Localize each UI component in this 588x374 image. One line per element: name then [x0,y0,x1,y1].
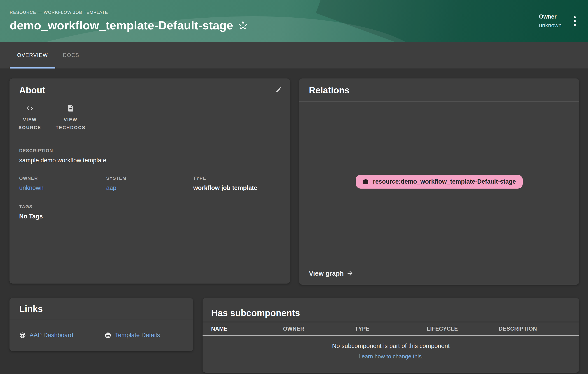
globe-icon [105,332,111,339]
tab-overview[interactable]: OVERVIEW [10,42,55,68]
type-field-label: TYPE [193,176,280,181]
active-tab-indicator [10,67,55,68]
links-card: Links AAP Dashboard [10,298,193,351]
briefcase-icon [362,179,369,185]
header-owner-block: Owner unknown [539,13,562,29]
about-card: About VIEW SOURCE [10,78,290,284]
overview-content: About VIEW SOURCE [0,69,588,373]
empty-state-message: No subcomponent is part of this componen… [202,342,579,350]
owner-field: OWNER unknown [19,176,106,192]
view-techdocs-label: VIEW TECHDOCS [56,116,85,132]
globe-icon [19,332,26,339]
subcomponents-empty-state: No subcomponent is part of this componen… [202,342,579,360]
about-card-title: About [19,85,280,95]
link-aap-dashboard[interactable]: AAP Dashboard [19,332,105,339]
description-label: DESCRIPTION [19,148,280,153]
arrow-right-icon [346,270,354,277]
tags-field-label: TAGS [19,204,280,209]
more-options-kebab-icon[interactable] [572,15,577,27]
relation-node-resource[interactable]: resource:demo_workflow_template-Default-… [356,175,523,188]
relation-node-label: resource:demo_workflow_template-Default-… [373,178,516,185]
entity-page-header: RESOURCE — WORKFLOW JOB TEMPLATE demo_wo… [0,0,588,42]
owner-link[interactable]: unknown [19,185,43,191]
tab-overview-label: OVERVIEW [17,52,48,58]
favorite-star-icon[interactable] [238,21,248,30]
links-card-title: Links [19,304,183,314]
owner-label: Owner [539,13,562,20]
view-graph-label: View graph [309,270,344,277]
tab-docs-label: DOCS [63,52,79,58]
column-header-description[interactable]: DESCRIPTION [499,326,571,332]
code-icon [26,104,34,112]
owner-value: unknown [539,22,562,29]
edit-pencil-icon[interactable] [275,86,282,93]
column-header-name[interactable]: NAME [211,326,283,332]
system-field: SYSTEM aap [106,176,193,192]
column-header-lifecycle[interactable]: LIFECYCLE [427,326,499,332]
column-header-type[interactable]: TYPE [355,326,427,332]
tab-docs[interactable]: DOCS [55,42,87,68]
tags-field: TAGS No Tags [19,204,280,220]
type-field: TYPE workflow job template [193,176,280,192]
learn-how-link[interactable]: Learn how to change this. [358,353,423,360]
view-source-label: VIEW SOURCE [19,116,41,132]
link-template-details[interactable]: Template Details [105,332,190,339]
column-header-owner[interactable]: OWNER [283,326,355,332]
link-aap-dashboard-label: AAP Dashboard [30,332,73,339]
subcomponents-card-title: Has subcomponents [211,308,571,318]
subcomponents-table-header: NAME OWNER TYPE LIFECYCLE DESCRIPTION [202,322,579,336]
tags-value: No Tags [19,213,280,220]
relations-card-title: Relations [309,85,569,95]
system-link[interactable]: aap [106,185,116,191]
view-graph-link[interactable]: View graph [299,262,579,285]
view-source-button[interactable]: VIEW SOURCE [15,103,44,133]
has-subcomponents-card: Has subcomponents NAME OWNER TYPE LIFECY… [202,298,579,373]
owner-field-label: OWNER [19,176,106,181]
relations-card: Relations resource:demo_workflow_templat… [299,78,579,285]
link-template-details-label: Template Details [115,332,160,339]
view-techdocs-button[interactable]: VIEW TECHDOCS [52,103,89,133]
system-field-label: SYSTEM [106,176,193,181]
page-title: demo_workflow_template-Default-stage [10,19,233,32]
header-title-block: RESOURCE — WORKFLOW JOB TEMPLATE demo_wo… [0,10,539,32]
relations-graph: resource:demo_workflow_template-Default-… [299,101,579,262]
breadcrumb: RESOURCE — WORKFLOW JOB TEMPLATE [10,10,539,15]
type-value: workflow job template [193,185,280,192]
description-value: sample demo workflow template [19,157,280,164]
document-icon [67,104,74,112]
entity-tabbar: OVERVIEW DOCS [0,42,588,69]
